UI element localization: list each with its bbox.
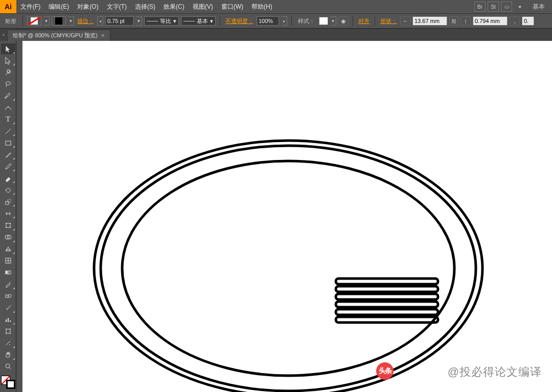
- svg-rect-6: [6, 223, 10, 227]
- svg-point-24: [101, 146, 476, 391]
- document-tab-title: 绘制* @ 800% (CMYK/GPU 预览): [13, 32, 98, 39]
- eyedropper-tool[interactable]: [1, 279, 15, 290]
- column-graph-tool[interactable]: [1, 314, 15, 325]
- width-tool[interactable]: [1, 208, 15, 219]
- opacity-dropdown[interactable]: ▸: [281, 16, 287, 26]
- arrange-icon[interactable]: ▭: [501, 2, 512, 12]
- width-icon: ↔: [400, 16, 410, 26]
- svg-point-8: [10, 223, 11, 224]
- scale-tool[interactable]: [1, 196, 15, 207]
- width-input[interactable]: 13.67 mm: [412, 16, 447, 26]
- rotate-tool[interactable]: [1, 185, 15, 195]
- graphic-style-swatch[interactable]: [319, 17, 328, 25]
- selection-tool[interactable]: [1, 43, 15, 54]
- mesh-tool[interactable]: [1, 256, 15, 266]
- fill-swatch[interactable]: [27, 16, 41, 26]
- menu-edit[interactable]: 编辑(E): [44, 0, 73, 13]
- stroke-link[interactable]: 描边：: [76, 17, 95, 25]
- link-wh-icon[interactable]: ⛓: [449, 16, 458, 26]
- svg-point-25: [122, 161, 454, 376]
- type-tool[interactable]: T: [1, 114, 15, 125]
- symbol-sprayer-tool[interactable]: [1, 303, 15, 313]
- menu-file[interactable]: 文件(F): [16, 0, 44, 13]
- stroke-profile-dropdown[interactable]: 基本▾: [181, 16, 216, 26]
- height-input[interactable]: 0.794 mm: [473, 16, 508, 26]
- opacity-input[interactable]: 100%: [257, 16, 279, 26]
- svg-point-21: [6, 364, 10, 368]
- svg-rect-17: [6, 319, 7, 322]
- svg-line-22: [9, 367, 11, 369]
- svg-point-10: [10, 227, 11, 228]
- shape-builder-tool[interactable]: [1, 232, 15, 243]
- hand-tool[interactable]: [1, 350, 15, 360]
- rectangle-tool[interactable]: [1, 137, 15, 148]
- fill-dropdown[interactable]: ▼: [43, 16, 50, 26]
- svg-rect-29: [336, 302, 438, 307]
- line-tool[interactable]: [1, 126, 15, 136]
- artboard[interactable]: 头条 @投必得论文编译: [22, 41, 552, 392]
- perspective-tool[interactable]: [1, 244, 15, 255]
- control-bar: 矩形 ▼ ▼ 描边： ◂ 0.75 pt ▼ 等比▾ 基本▾ 不透明度： 100…: [0, 13, 552, 29]
- profile-label: 基本: [197, 17, 208, 25]
- menu-effect[interactable]: 效果(C): [159, 0, 189, 13]
- style-label: 样式：: [296, 17, 317, 25]
- curvature-tool[interactable]: [1, 102, 15, 113]
- direct-selection-tool[interactable]: [1, 55, 15, 66]
- object-type-label: 矩形: [3, 17, 18, 25]
- svg-rect-19: [10, 320, 11, 322]
- recolor-icon[interactable]: ◉: [338, 16, 349, 26]
- stroke-dropdown[interactable]: ▼: [68, 16, 74, 26]
- watermark-logo: 头条: [376, 362, 394, 380]
- magic-wand-tool[interactable]: [1, 67, 15, 78]
- slice-tool[interactable]: [1, 338, 15, 349]
- workspace: T: [0, 41, 552, 392]
- blend-tool[interactable]: [1, 291, 15, 302]
- canvas-area[interactable]: 头条 @投必得论文编译: [16, 41, 552, 392]
- pencil-tool[interactable]: [1, 161, 15, 172]
- corner-icon: ◟: [510, 16, 520, 26]
- stroke-weight-input[interactable]: 0.75 pt: [105, 16, 134, 26]
- svg-rect-27: [336, 286, 438, 292]
- menu-view[interactable]: 视图(V): [189, 0, 217, 13]
- close-icon[interactable]: ✕: [101, 33, 105, 38]
- corner-input[interactable]: 0.: [522, 16, 534, 26]
- stock-icon[interactable]: St: [488, 2, 499, 12]
- menu-window[interactable]: 窗口(W): [217, 0, 247, 13]
- pen-tool[interactable]: [1, 90, 15, 101]
- stroke-dash-dropdown[interactable]: 等比▾: [144, 16, 179, 26]
- svg-point-16: [8, 294, 11, 297]
- menu-object[interactable]: 对象(O): [73, 0, 102, 13]
- svg-rect-31: [336, 317, 438, 322]
- tab-scroll-icon[interactable]: »: [0, 29, 7, 41]
- stroke-weight-dropdown[interactable]: ▼: [136, 16, 142, 26]
- paintbrush-tool[interactable]: [1, 149, 15, 160]
- workspace-label[interactable]: 基本: [530, 3, 548, 11]
- svg-rect-5: [8, 199, 11, 202]
- shape-link[interactable]: 形状：: [379, 17, 398, 25]
- artboard-tool[interactable]: [1, 326, 15, 337]
- gpu-icon[interactable]: ✦: [514, 2, 525, 12]
- menu-help[interactable]: 帮助(H): [247, 0, 277, 13]
- svg-rect-20: [6, 329, 10, 333]
- lasso-tool[interactable]: [1, 79, 15, 89]
- svg-point-9: [6, 227, 7, 228]
- free-transform-tool[interactable]: [1, 220, 15, 230]
- fill-stroke-swatch[interactable]: [1, 376, 15, 389]
- gradient-tool[interactable]: [1, 267, 15, 278]
- graphic-style-dropdown[interactable]: ▼: [330, 16, 336, 26]
- svg-rect-15: [6, 295, 8, 297]
- stroke-weight-stepper[interactable]: ◂: [97, 16, 103, 26]
- menu-select[interactable]: 选择(S): [131, 0, 159, 13]
- svg-line-2: [6, 129, 11, 134]
- bridge-icon[interactable]: Br: [474, 2, 486, 12]
- document-tab[interactable]: 绘制* @ 800% (CMYK/GPU 预览) ✕: [7, 30, 110, 41]
- eraser-tool[interactable]: [1, 173, 15, 183]
- artwork: [84, 120, 498, 392]
- stroke-swatch[interactable]: [52, 16, 66, 26]
- height-icon: ↕: [461, 16, 471, 26]
- dash-label: 等比: [160, 17, 171, 25]
- zoom-tool[interactable]: [1, 361, 15, 372]
- align-link[interactable]: 对齐: [357, 17, 371, 25]
- menu-type[interactable]: 文字(T): [103, 0, 131, 13]
- opacity-link[interactable]: 不透明度：: [224, 17, 255, 25]
